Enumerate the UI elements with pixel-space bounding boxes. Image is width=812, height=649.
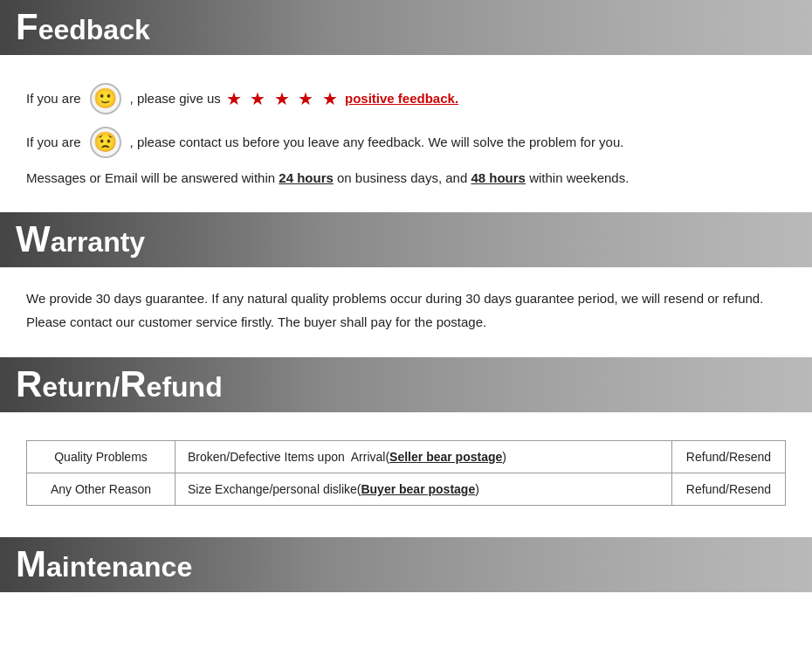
maintenance-title-rest: aintenance (46, 551, 192, 583)
happy-prefix: If you are (26, 87, 81, 110)
refund-title-big1: R (16, 363, 42, 404)
feedback-body: If you are 🙂 , please give us ★ ★ ★ ★ ★ … (0, 55, 812, 212)
maintenance-title-big: M (16, 543, 46, 584)
warranty-header: Warranty (0, 212, 812, 267)
sad-feedback-line1: If you are 😟 , please contact us before … (26, 127, 786, 158)
desc-quality: Broken/Defective Items upon Arrival(Sell… (175, 441, 672, 473)
happy-feedback-line: If you are 🙂 , please give us ★ ★ ★ ★ ★ … (26, 83, 786, 114)
feedback-title-rest: eedback (38, 14, 150, 45)
desc-other: Size Exchange/personal dislike(Buyer bea… (175, 473, 672, 506)
hours-24: 24 hours (279, 170, 334, 185)
refund-title-rest2: efund (147, 371, 223, 403)
feedback-title-big: F (16, 6, 38, 47)
refund-body: Quality Problems Broken/Defective Items … (0, 412, 812, 537)
warranty-text: We provide 30 days guarantee. If any nat… (26, 287, 786, 335)
action-quality: Refund/Resend (672, 441, 786, 473)
happy-smiley-icon: 🙂 (90, 83, 121, 114)
refund-header: Return/Refund (0, 357, 812, 412)
positive-feedback-label: positive feedback. (345, 87, 458, 110)
stars-icon: ★ ★ ★ ★ ★ (226, 84, 340, 114)
maintenance-header: Maintenance (0, 537, 812, 592)
warranty-body: We provide 30 days guarantee. If any nat… (0, 267, 812, 358)
table-row: Quality Problems Broken/Defective Items … (27, 441, 786, 473)
action-other: Refund/Resend (672, 473, 786, 506)
sad-end-text: within weekends. (529, 170, 629, 185)
sad-mid-prefix: Messages or Email will be answered withi… (26, 170, 279, 185)
refund-title-big2: R (120, 363, 146, 404)
table-row: Any Other Reason Size Exchange/personal … (27, 473, 786, 506)
sad-feedback-line2: Messages or Email will be answered withi… (26, 167, 786, 190)
feedback-header: Feedback (0, 0, 812, 55)
hours-48: 48 hours (471, 170, 526, 185)
reason-quality: Quality Problems (27, 441, 175, 473)
seller-postage: Seller bear postage (389, 450, 502, 464)
refund-table: Quality Problems Broken/Defective Items … (26, 440, 786, 506)
buyer-postage: Buyer bear postage (361, 482, 475, 496)
happy-suffix: , please give us (130, 87, 221, 110)
sad-prefix: If you are (26, 131, 81, 154)
reason-other: Any Other Reason (27, 473, 175, 506)
warranty-title-rest: arranty (51, 226, 146, 258)
refund-title-rest1: eturn/ (42, 371, 120, 403)
sad-suffix: , please contact us before you leave any… (130, 131, 624, 154)
sad-feedback-block: If you are 😟 , please contact us before … (26, 127, 786, 190)
sad-mid-text: on business days, and (337, 170, 471, 185)
warranty-title-big: W (16, 218, 51, 259)
sad-smiley-icon: 😟 (90, 127, 121, 158)
